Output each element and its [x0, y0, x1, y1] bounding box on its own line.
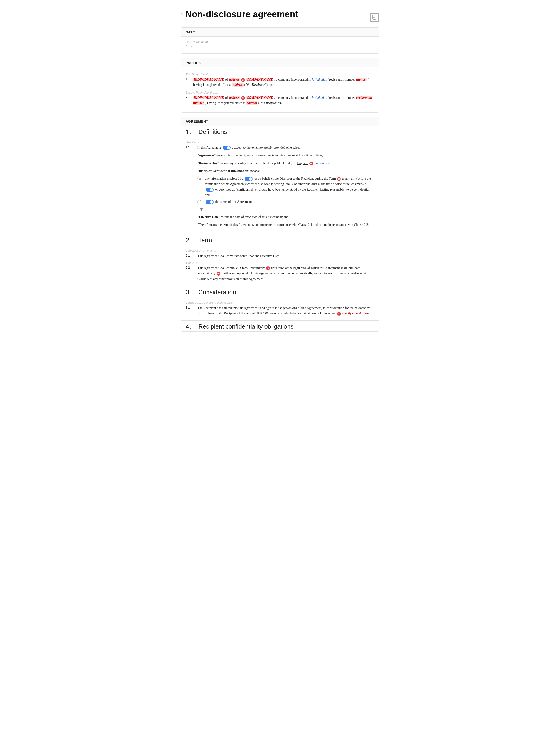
clause-1-1-text: In this Agreement , except to the extent… [197, 145, 374, 230]
term-effective-date: Effective Date [199, 215, 219, 219]
recipient-obligations-heading-row: 4. Recipient confidentiality obligations [181, 321, 379, 331]
document-icon[interactable] [370, 13, 379, 22]
clause-2-1-num: 2.1 [186, 253, 194, 257]
sub-clause-a-letter: (a) [197, 176, 202, 197]
consideration-num: 3. [186, 289, 194, 296]
or-badge-1: or [241, 78, 245, 82]
or-badge-3: or [309, 162, 313, 165]
party-1-individual-name[interactable]: INDIVIDUAL NAME [193, 78, 224, 82]
party-2-reg-address[interactable]: address [246, 101, 257, 105]
toggle-1-1b[interactable] [205, 200, 214, 204]
clause-3-1: 3.1 The Recipient has entered into this … [186, 305, 374, 316]
date-section-body: Date of execution Date [181, 37, 379, 53]
date-section-header: DATE [181, 27, 379, 37]
clause-2-1-text: This Agreement shall come into force upo… [197, 253, 374, 259]
definitions-sub-label: Definitions [186, 141, 374, 144]
england-text: England [297, 161, 308, 165]
sub-clause-b-letter: (b) [197, 199, 202, 204]
term-agreement: Agreement [199, 154, 215, 157]
party-1-company-name[interactable]: COMPANY NAME [246, 78, 273, 82]
or-badge-5: or [266, 267, 270, 270]
party-1-reg-number[interactable]: number [356, 78, 367, 82]
sub-clause-b-text: the terms of this Agreement; [205, 199, 253, 204]
party-2-company-name[interactable]: COMPANY NAME [246, 96, 273, 100]
agreement-header: AGREEMENT [181, 117, 379, 126]
party-1-reg-address[interactable]: address [233, 83, 244, 87]
parties-section: PARTIES First Party identification 1. IN… [181, 58, 379, 113]
party-2-jurisdiction[interactable]: jurisdiction [312, 96, 327, 100]
consideration-sub-label: Consideration benefiting second party [186, 301, 374, 304]
page-number: 3 [181, 12, 183, 18]
term-clauses: Commencement of term 2.1 This Agreement … [181, 245, 379, 286]
or-badge-2: or [241, 96, 245, 100]
def-term: "Term" means the term of this Agreement,… [197, 222, 374, 228]
toggle-1-1a-1[interactable] [245, 177, 253, 181]
plus-icon-container[interactable]: ⊕ [200, 206, 374, 213]
parties-section-header: PARTIES [181, 58, 379, 67]
clause-2-2: 2.2 This Agreement shall continue in for… [186, 265, 374, 282]
clause-2-2-num: 2.2 [186, 265, 194, 269]
document-header: 3 Non-disclosure agreement [181, 9, 379, 22]
party-2-num: 2. [186, 95, 191, 106]
date-execution-value[interactable]: Date [186, 44, 374, 48]
term-disclosor-ci: Disclosor Confidential Information [199, 169, 248, 173]
specify-consideration[interactable]: specify consideration [342, 312, 370, 315]
clause-3-1-num: 3.1 [186, 305, 194, 309]
clause-2-2-text: This Agreement shall continue in force i… [197, 265, 374, 282]
sub-clause-a-text: any information disclosed by or on behal… [205, 176, 374, 197]
clause-1-1-num: 1.1 [186, 145, 194, 149]
clause-2-1: 2.1 This Agreement shall come into force… [186, 253, 374, 259]
second-party-label: Second Party identification [186, 91, 374, 94]
sub-clause-a: (a) any information disclosed by or on b… [197, 176, 374, 197]
section-recipient-obligations: 4. Recipient confidentiality obligations [181, 321, 379, 331]
def-agreement: "Agreement" means this agreement, and an… [197, 153, 374, 158]
party-1-text: INDIVIDUAL NAME of address or COMPANY NA… [193, 77, 374, 88]
consideration-clauses: Consideration benefiting second party 3.… [181, 297, 379, 320]
def-business-day: "Business Day" means any weekday other t… [197, 160, 374, 166]
party-2: 2. INDIVIDUAL NAME of address or COMPANY… [186, 95, 374, 106]
definitions-clauses: Definitions 1.1 In this Agreement , exce… [181, 137, 379, 234]
term-term: Term [199, 223, 206, 227]
or-badge-7: or [337, 312, 341, 316]
consideration-title: Consideration [198, 289, 236, 296]
section-term: 2. Term Commencement of term 2.1 This Ag… [181, 234, 379, 286]
term-num: 2. [186, 237, 194, 244]
term-business-day: Business Day [199, 161, 218, 165]
toggle-1-1[interactable] [223, 146, 231, 150]
def-disclosor-ci: "Disclosor Confidential Information" mea… [197, 168, 374, 174]
svg-rect-0 [373, 15, 376, 19]
commencement-label: Commencement of term [186, 249, 374, 252]
or-badge-4: or [337, 177, 341, 181]
date-execution-label: Date of execution [186, 40, 374, 43]
definitions-num: 1. [186, 128, 194, 136]
consideration-heading-row: 3. Consideration [181, 286, 379, 297]
party-2-text: INDIVIDUAL NAME of address or COMPANY NA… [193, 95, 374, 106]
term-heading-row: 2. Term [181, 234, 379, 245]
def-effective-date: "Effective Date" means the date of execu… [197, 214, 374, 220]
jurisdiction-text[interactable]: jurisdiction [315, 161, 330, 165]
definitions-heading-row: 1. Definitions [181, 126, 379, 137]
toggle-1-1a-2[interactable] [205, 188, 214, 192]
party-2-individual-name[interactable]: INDIVIDUAL NAME [193, 96, 224, 100]
term-title: Term [198, 237, 212, 244]
end-term-label: End of term [186, 261, 374, 264]
section-definitions: 1. Definitions Definitions 1.1 In this A… [181, 126, 379, 234]
party-1-address[interactable]: address [229, 78, 240, 82]
parties-section-body: First Party identification 1. INDIVIDUAL… [181, 67, 379, 113]
party-2-address[interactable]: address [229, 96, 240, 100]
section-consideration: 3. Consideration Consideration benefitin… [181, 286, 379, 320]
party-1-num: 1. [186, 77, 191, 88]
document-title: Non-disclosure agreement [185, 9, 298, 19]
gbp-amount[interactable]: GBP 1.00 [256, 312, 269, 315]
date-section: DATE Date of execution Date [181, 27, 379, 54]
clause-1-1: 1.1 In this Agreement , except to the ex… [186, 145, 374, 230]
definitions-title: Definitions [198, 128, 227, 136]
agreement-section: AGREEMENT 1. Definitions Definitions 1.1… [181, 117, 379, 332]
recipient-obligations-title: Recipient confidentiality obligations [198, 323, 294, 330]
first-party-label: First Party identification [186, 73, 374, 76]
sub-clause-b: (b) the terms of this Agreement; [197, 199, 374, 204]
party-1: 1. INDIVIDUAL NAME of address or COMPANY… [186, 77, 374, 88]
party-1-jurisdiction[interactable]: jurisdiction [312, 78, 327, 82]
recipient-obligations-num: 4. [186, 323, 194, 330]
clause-3-1-text: The Recipient has entered into this Agre… [197, 305, 374, 316]
